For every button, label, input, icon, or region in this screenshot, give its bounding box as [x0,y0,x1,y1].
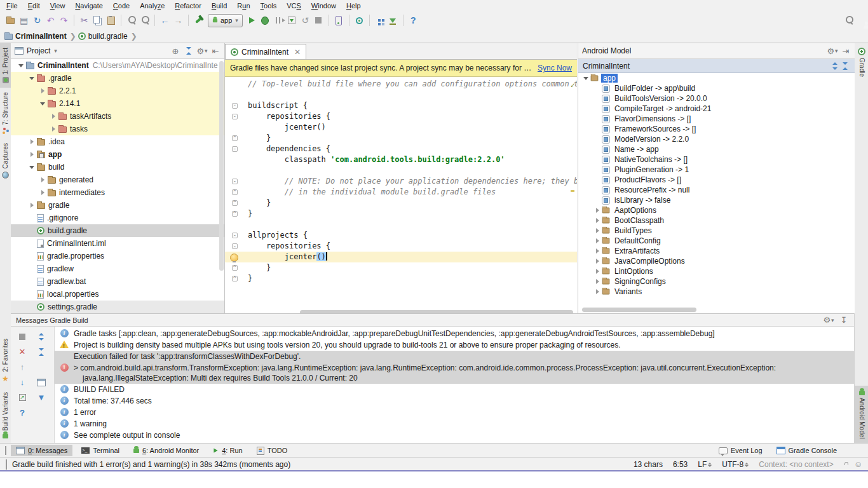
collapsed-arrow-icon[interactable] [593,289,601,294]
fold-marker-icon[interactable] [232,114,238,119]
breadcrumb-project[interactable]: CriminalIntent [15,32,67,41]
synchronize-icon[interactable]: ↻ [31,14,44,27]
menu-analyze[interactable]: Analyze [135,1,170,11]
paste-icon[interactable] [104,14,118,27]
previous-message-icon[interactable]: ↑ [15,360,30,374]
sdk-manager-icon[interactable] [386,14,400,27]
project-structure-icon[interactable] [373,14,386,27]
console-view-icon[interactable] [34,376,49,389]
collapsed-arrow-icon[interactable] [28,152,36,157]
gear-icon[interactable]: ⚙▾ [824,315,834,325]
collapsed-arrow-icon[interactable] [28,139,36,144]
message-row[interactable]: 1 warning [55,418,854,430]
chevron-down-icon[interactable]: ▾ [54,48,57,54]
expanded-arrow-icon[interactable] [28,166,36,169]
avd-manager-icon[interactable] [332,14,346,27]
collapsed-arrow-icon[interactable] [593,238,601,243]
project-tree-row[interactable]: generated [11,173,224,186]
hide-panel-icon[interactable]: ⇤ [210,46,220,56]
rerun-icon[interactable]: ↺ [299,14,312,27]
model-tree-row[interactable]: NativeToolchains -> [] [578,154,855,165]
menu-tools[interactable]: Tools [255,1,282,11]
model-tree-row[interactable]: FlavorDimensions -> [] [578,114,855,124]
project-tree-row[interactable]: gradlew.bat [11,275,224,288]
profile-icon[interactable] [272,14,285,27]
model-tree-row[interactable]: Name -> app [578,144,855,154]
gradle-daemon-icon[interactable]: ☺ [854,459,862,469]
collapsed-arrow-icon[interactable] [593,228,601,233]
background-task-icon[interactable] [6,460,7,469]
sync-now-link[interactable]: Sync Now [538,64,572,72]
expand-all-icon[interactable] [34,330,49,343]
project-tree-row[interactable]: 2.2.1 [11,85,224,97]
close-icon[interactable]: ✕ [15,345,30,358]
model-tree-row[interactable]: DefaultConfig [578,236,855,246]
collapsed-arrow-icon[interactable] [593,218,601,223]
project-tree-row[interactable]: settings.gradle [11,301,224,313]
tool-strip-tab-7-structure[interactable]: 7: Structure [0,88,11,139]
tool-strip-tab-captures[interactable]: Captures [0,139,11,183]
run-icon[interactable] [245,14,259,27]
save-all-icon[interactable]: ▤ [17,14,31,27]
stop-icon[interactable] [312,14,325,27]
project-tree-row[interactable]: tasks [11,123,224,135]
model-tree-row[interactable]: BuildFolder -> app\build [578,83,855,93]
message-row[interactable]: Total time: 37.446 secs [55,395,854,407]
fold-marker-icon[interactable] [232,103,238,109]
message-row[interactable]: See complete output in console [55,430,854,441]
dock-icon[interactable]: ↧ [839,315,849,325]
menu-edit[interactable]: Edit [23,1,45,11]
undo-icon[interactable]: ↶ [44,14,57,27]
toolwindow-button-0-messages[interactable]: 0: Messages [11,445,72,456]
forward-icon[interactable]: → [172,14,185,27]
status-item[interactable]: UTF-8 [722,460,749,469]
model-tree-row[interactable]: BootClasspath [578,215,855,226]
fold-marker-icon[interactable] [232,243,238,249]
tool-strip-tab-2-favorites[interactable]: 2: Favorites★ [0,334,11,388]
model-tree-row[interactable]: isLibrary -> false [578,195,855,205]
tool-strip-tab-gradle[interactable]: Gradle [854,43,868,81]
collapsed-arrow-icon[interactable] [39,88,46,93]
message-row[interactable]: BUILD FAILED [55,384,854,395]
collapsed-arrow-icon[interactable] [593,208,601,213]
model-tree-row[interactable]: FrameworkSources -> [] [578,124,855,134]
tool-strip-tab-1-project[interactable]: 1: Project [0,43,11,88]
toolwindow-button-todo[interactable]: TODO [252,445,293,457]
menu-vcs[interactable]: VCS [281,1,306,11]
model-tree-row[interactable]: LintOptions [578,266,855,276]
tool-strip-tab-build-variants[interactable]: Build Variants [0,388,11,443]
model-tree-row[interactable]: SigningConfigs [578,276,855,287]
editor-tab[interactable]: CriminalIntent ✕ [225,44,306,59]
open-project-icon[interactable] [4,14,17,27]
project-scrollbar[interactable] [219,61,224,271]
model-tree-row[interactable]: ExtraArtifacts [578,246,855,256]
gear-icon[interactable]: ⚙▾ [827,46,837,56]
expanded-arrow-icon[interactable] [17,64,25,67]
copy-icon[interactable] [91,14,104,27]
collapsed-arrow-icon[interactable] [28,203,36,208]
menu-file[interactable]: File [1,1,23,11]
project-tree-row[interactable]: local.properties [11,288,224,301]
project-tree-row[interactable]: CriminalIntent.iml [11,237,224,250]
android-model-module[interactable]: CriminalIntent [583,62,630,71]
intention-bulb-icon[interactable] [230,254,238,262]
expanded-arrow-icon[interactable] [39,102,46,105]
project-tree-row[interactable]: .gitignore [11,212,224,224]
status-item[interactable]: 6:53 [673,460,688,469]
next-message-icon[interactable]: ↓ [15,376,30,389]
collapsed-arrow-icon[interactable] [593,279,601,284]
stop-icon[interactable] [15,330,30,343]
gear-icon[interactable]: ⚙▾ [197,46,207,56]
back-icon[interactable]: ← [158,14,172,27]
project-panel-title[interactable]: Project [27,46,50,55]
project-tree-row[interactable]: 2.14.1 [11,97,224,110]
redo-icon[interactable]: ↷ [57,14,71,27]
fold-marker-icon[interactable] [232,146,238,152]
code-editor[interactable]: ✓ // Top-level build file where you can … [225,77,577,316]
expand-all-icon[interactable] [830,61,840,71]
fold-marker-icon[interactable] [232,189,238,195]
run-config-combo[interactable]: app▾ [208,14,243,27]
fold-marker-icon[interactable] [232,233,238,238]
project-tree-row[interactable]: build.gradle [11,224,224,237]
toolwindow-button-event-log[interactable]: Event Log [714,445,768,456]
